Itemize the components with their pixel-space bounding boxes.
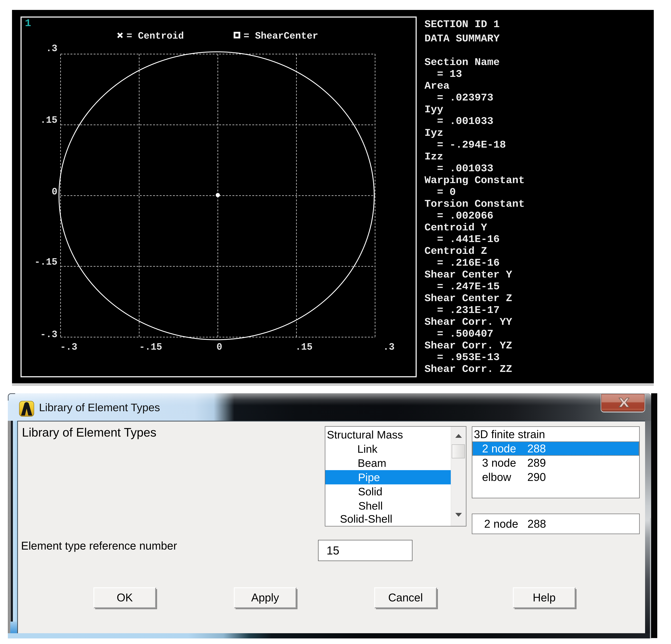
svg-text:Shear Corr. ZZ: Shear Corr. ZZ xyxy=(425,363,512,375)
svg-text:Iyz: Iyz xyxy=(425,127,443,139)
svg-text:= .216E-16: = .216E-16 xyxy=(425,257,499,269)
svg-text:Warping Constant: Warping Constant xyxy=(425,175,525,186)
svg-text:Shear Center Y: Shear Center Y xyxy=(425,269,512,281)
svg-text:Centroid Z: Centroid Z xyxy=(425,245,487,257)
svg-text:Torsion Constant: Torsion Constant xyxy=(425,198,525,210)
svg-text:Centroid Y: Centroid Y xyxy=(425,222,487,233)
svg-text:= ShearCenter: = ShearCenter xyxy=(243,30,318,41)
svg-text:Shear Corr. YZ: Shear Corr. YZ xyxy=(425,340,512,351)
svg-text:Iyy: Iyy xyxy=(425,104,443,115)
svg-text:= -.294E-18: = -.294E-18 xyxy=(425,139,506,151)
svg-text:-.15: -.15 xyxy=(35,257,58,268)
svg-text:-.3: -.3 xyxy=(60,342,77,352)
svg-text:DATA SUMMARY: DATA SUMMARY xyxy=(425,33,499,44)
svg-text:= .441E-16: = .441E-16 xyxy=(425,233,499,245)
svg-text:1: 1 xyxy=(25,17,31,29)
svg-text:SECTION ID 1: SECTION ID 1 xyxy=(425,18,499,30)
svg-text:.15: .15 xyxy=(295,342,313,352)
svg-text:Shear Corr. YY: Shear Corr. YY xyxy=(425,316,512,328)
svg-text:0: 0 xyxy=(52,186,58,197)
svg-text:Izz: Izz xyxy=(425,151,443,163)
svg-text:= .953E-13: = .953E-13 xyxy=(425,351,499,363)
svg-text:= .247E-15: = .247E-15 xyxy=(425,281,499,293)
svg-text:-.15: -.15 xyxy=(139,342,162,352)
svg-text:= Centroid: = Centroid xyxy=(126,30,184,41)
svg-text:.3: .3 xyxy=(46,43,58,54)
svg-text:-.3: -.3 xyxy=(40,329,58,340)
svg-text:Area: Area xyxy=(425,80,450,92)
svg-text:= .001033: = .001033 xyxy=(425,115,493,127)
svg-text:.15: .15 xyxy=(40,115,58,126)
svg-text:.3: .3 xyxy=(383,342,395,352)
svg-text:Shear Center Z: Shear Center Z xyxy=(425,293,512,304)
svg-text:= 0: = 0 xyxy=(425,186,456,198)
svg-text:= .500407: = .500407 xyxy=(425,328,493,340)
svg-text:= .002066: = .002066 xyxy=(425,210,493,222)
svg-text:Section Name: Section Name xyxy=(425,56,499,68)
svg-text:= .231E-17: = .231E-17 xyxy=(425,304,499,316)
svg-text:= .023973: = .023973 xyxy=(425,92,493,104)
svg-text:= 13: = 13 xyxy=(425,68,462,80)
svg-text:= .001033: = .001033 xyxy=(425,163,493,175)
svg-text:0: 0 xyxy=(216,342,222,352)
